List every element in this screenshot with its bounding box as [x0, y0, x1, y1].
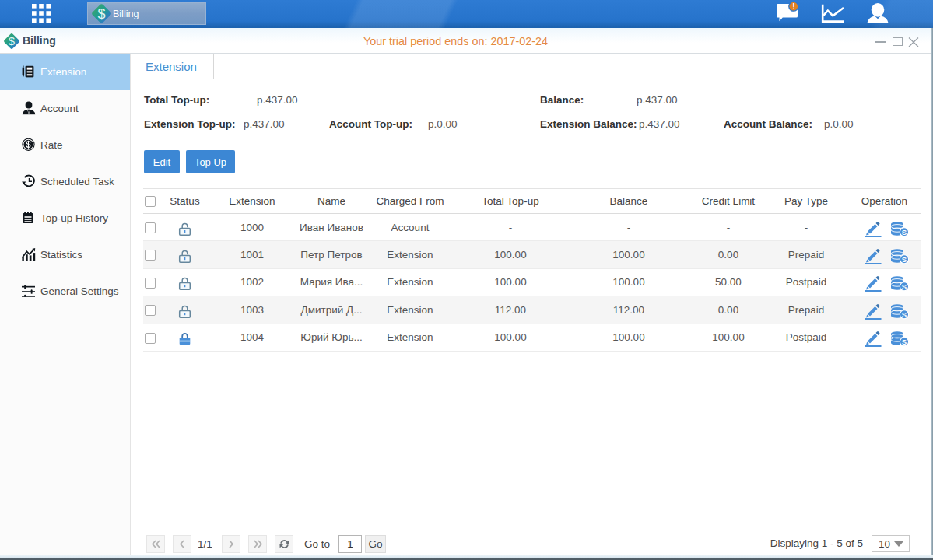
- svg-text:!: !: [792, 2, 794, 11]
- svg-text:$: $: [97, 6, 105, 22]
